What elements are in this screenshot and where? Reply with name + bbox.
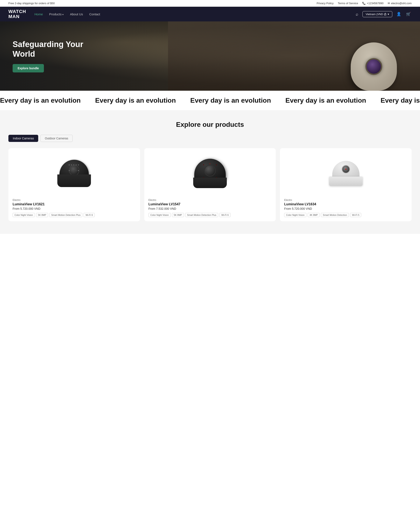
tag-color-night-vision: Color Night Vision xyxy=(13,213,35,217)
nav-links: Home Products About Us Contact xyxy=(35,12,355,16)
nav-home[interactable]: Home xyxy=(35,12,43,16)
camera-dome-black-1 xyxy=(57,160,91,187)
nav-products[interactable]: Products xyxy=(49,12,64,16)
camera-dome-black-2 xyxy=(193,159,227,188)
product-tags-1: Color Night Vision 5K 8MP Smart Motion D… xyxy=(13,213,136,217)
product-name-3: LuminaView LV1634 xyxy=(284,202,407,206)
nav-about[interactable]: About Us xyxy=(70,12,83,16)
tag-5k-8mp: 5K 8MP xyxy=(36,213,48,217)
cart-icon: 🛒 xyxy=(406,12,411,16)
user-button[interactable]: 👤 xyxy=(396,11,402,17)
search-button[interactable] xyxy=(355,11,359,17)
product-card-1[interactable]: Electro LuminaView LV1621 From 5.720.000… xyxy=(9,148,140,221)
tag-color-night-vision-2: Color Night Vision xyxy=(149,213,171,217)
email-icon xyxy=(388,2,390,5)
tag-4k-8mp-3: 4K 8MP xyxy=(308,213,320,217)
product-image-2 xyxy=(149,152,272,194)
product-brand-2: Electro xyxy=(149,199,272,201)
ticker-inner: Every day is an evolution Every day is a… xyxy=(0,96,420,104)
hero-camera-image xyxy=(340,32,407,91)
product-name-2: LuminaView LV1547 xyxy=(149,202,272,206)
camera-body xyxy=(351,42,397,91)
dome-body xyxy=(194,159,226,180)
nav-contact[interactable]: Contact xyxy=(89,12,100,16)
nav-right: Vietnam (VND ₫) ▾ 👤 🛒 xyxy=(355,11,411,17)
tag-color-night-vision-3: Color Night Vision xyxy=(284,213,306,217)
tag-smart-motion-plus: Smart Motion Detection Plus xyxy=(49,213,82,217)
camera-dome-white xyxy=(329,161,363,186)
products-section: Explore our products Indoor Cameras Outd… xyxy=(0,110,420,234)
ticker-banner: Every day is an evolution Every day is a… xyxy=(0,91,420,110)
ticker-item: Every day is an evolution xyxy=(95,96,176,104)
phone-contact: +1234567890 xyxy=(362,2,384,5)
tab-indoor-cameras[interactable]: Indoor Cameras xyxy=(9,135,38,142)
camera-lens xyxy=(365,58,382,75)
product-tags-2: Color Night Vision 5K 8MP Smart Motion D… xyxy=(149,213,272,217)
explore-bundle-button[interactable]: Explore bundle xyxy=(13,64,44,72)
product-price-3: From 5.720.000 VND xyxy=(284,207,407,210)
dome-base-2 xyxy=(193,178,227,188)
currency-selector[interactable]: Vietnam (VND ₫) ▾ xyxy=(362,11,392,17)
navbar: WATCH MAN Home Products About Us Contact… xyxy=(0,7,420,21)
user-icon: 👤 xyxy=(396,12,401,16)
privacy-link[interactable]: Privacy Policy xyxy=(317,2,334,5)
white-dome-base xyxy=(329,176,363,186)
product-grid: Electro LuminaView LV1621 From 5.720.000… xyxy=(9,148,411,221)
white-dome-top xyxy=(332,161,359,178)
product-image-1 xyxy=(13,152,136,194)
terms-link[interactable]: Terms of Service xyxy=(338,2,358,5)
ticker-item: Every day is an evolution xyxy=(190,96,271,104)
email-address: electro@sht.com xyxy=(391,2,411,5)
currency-chevron-icon: ▾ xyxy=(388,13,389,16)
led-dot xyxy=(345,169,347,170)
product-card-2[interactable]: Electro LuminaView LV1547 From 7.532.000… xyxy=(144,148,276,221)
hero-heading: Safeguarding Your World xyxy=(13,40,92,59)
tag-smart-motion-3: Smart Motion Detection xyxy=(321,213,349,217)
email-contact: electro@sht.com xyxy=(388,2,411,5)
tag-wifi6-2: Wi-Fi 6 xyxy=(219,213,231,217)
top-bar: Free 2-day shippings for orders of $50 P… xyxy=(0,0,420,7)
cart-button[interactable]: 🛒 xyxy=(405,11,411,17)
ticker-item: Every day is an evolution xyxy=(0,96,81,104)
tag-wifi6: Wi-Fi 6 xyxy=(84,213,95,217)
phone-icon xyxy=(362,2,366,5)
hero-section: Safeguarding Your World Explore bundle xyxy=(0,21,420,91)
white-dome-lens xyxy=(342,165,350,173)
ticker-item: Every day is an evolution xyxy=(381,96,420,104)
product-name-1: LuminaView LV1621 xyxy=(13,202,136,206)
phone-number: +1234567890 xyxy=(367,2,384,5)
search-icon xyxy=(356,12,358,16)
product-card-3[interactable]: Electro LuminaView LV1634 From 5.720.000… xyxy=(280,148,411,221)
product-image-3 xyxy=(284,152,407,194)
shipping-text: Free 2-day shippings for orders of $50 xyxy=(9,2,55,5)
product-brand-3: Electro xyxy=(284,199,407,201)
product-brand-1: Electro xyxy=(13,199,136,201)
products-chevron-icon xyxy=(62,12,64,16)
logo[interactable]: WATCH MAN xyxy=(9,9,26,19)
dome-base xyxy=(57,175,91,187)
ticker-item: Every day is an evolution xyxy=(285,96,366,104)
product-price-2: From 7.532.000 VND xyxy=(149,207,272,210)
products-section-title: Explore our products xyxy=(9,121,411,129)
top-bar-right: Privacy Policy Terms of Service +1234567… xyxy=(317,2,411,5)
tag-5k-8mp-2: 5K 8MP xyxy=(172,213,184,217)
product-tags-3: Color Night Vision 4K 8MP Smart Motion D… xyxy=(284,213,407,217)
product-price-1: From 5.720.000 VND xyxy=(13,207,136,210)
tab-outdoor-cameras[interactable]: Outdoor Cameras xyxy=(40,135,72,142)
currency-label: Vietnam (VND ₫) xyxy=(366,13,386,16)
product-tabs: Indoor Cameras Outdoor Cameras xyxy=(9,135,411,142)
tag-wifi5-3: Wi-Fi 5 xyxy=(350,213,361,217)
hero-content: Safeguarding Your World Explore bundle xyxy=(0,40,105,72)
tag-smart-motion-plus-2: Smart Motion Detection Plus xyxy=(185,213,218,217)
